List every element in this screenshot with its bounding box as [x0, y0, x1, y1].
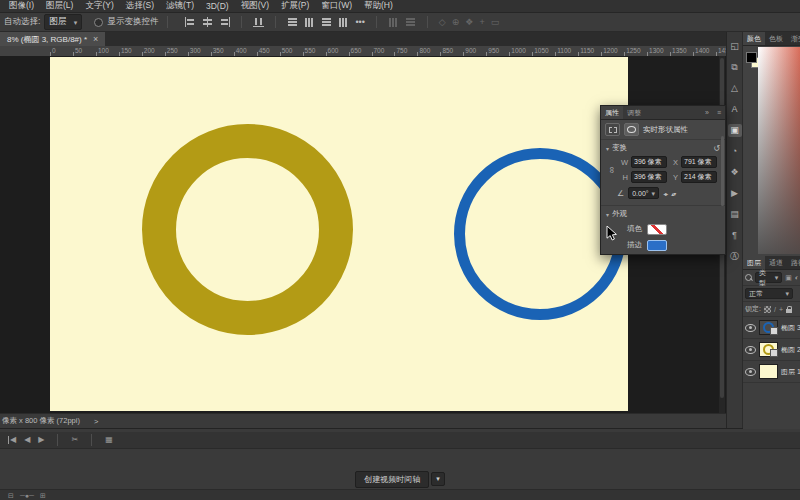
filter-type-dropdown[interactable]: 类型 ▾: [755, 272, 782, 283]
close-tab-icon[interactable]: ×: [93, 34, 98, 44]
distribute-vertical-spacing-icon[interactable]: [321, 17, 332, 27]
link-dimensions-icon[interactable]: ∞: [607, 165, 617, 175]
color-guide-panel-icon[interactable]: △: [728, 82, 742, 95]
tab-layers-2[interactable]: 路径: [787, 256, 800, 269]
height-field[interactable]: 396 像素: [631, 171, 667, 183]
shape-properties-icon[interactable]: [624, 123, 639, 136]
distribute-horizontal-spacing-icon[interactable]: [338, 17, 349, 27]
document-canvas[interactable]: [50, 57, 628, 411]
play-icon[interactable]: ▶: [38, 436, 44, 444]
foreground-color-swatch[interactable]: [746, 52, 757, 63]
color-gradient-field[interactable]: [758, 47, 800, 254]
flip-vertical-icon[interactable]: ▴▾: [671, 190, 675, 197]
paragraph-panel-icon[interactable]: ¶: [728, 229, 742, 242]
lock-transparent-pixels-icon[interactable]: [764, 306, 771, 313]
stroke-color-swatch[interactable]: [647, 240, 667, 251]
masks-properties-icon[interactable]: [605, 123, 620, 136]
more-align-options-icon[interactable]: •••: [355, 17, 364, 27]
layer-thumbnail[interactable]: [759, 342, 778, 357]
document-tab[interactable]: 8% (椭圆 3, RGB/8#) * ×: [0, 32, 105, 46]
3d-scale-icon[interactable]: ▭: [491, 17, 500, 27]
document-size-status: 像素 x 800 像素 (72ppi): [2, 416, 80, 426]
clone-source-panel-icon[interactable]: ⧉: [728, 61, 742, 74]
zoom-in-icon[interactable]: ⊞: [40, 492, 46, 500]
menu-item-9[interactable]: 帮助(H): [359, 0, 398, 12]
tab-color-1[interactable]: 色板: [765, 32, 787, 45]
distribute-vertical-icon[interactable]: [287, 17, 298, 27]
go-to-first-frame-icon[interactable]: ◀: [8, 436, 16, 444]
lock-position-icon[interactable]: +: [779, 306, 783, 313]
split-clip-icon[interactable]: ✂: [71, 436, 78, 444]
layer-row-0[interactable]: 椭圆 3: [743, 317, 800, 339]
panel-scrollbar[interactable]: [721, 136, 724, 206]
menu-item-7[interactable]: 扩展(P): [276, 0, 314, 12]
properties-panel-icon[interactable]: ▣: [728, 124, 742, 137]
ruler-label: 350: [213, 46, 224, 55]
layer-row-2[interactable]: 图层 1: [743, 361, 800, 383]
show-transform-checkbox[interactable]: 显示变换控件: [94, 16, 158, 28]
layer-row-1[interactable]: 椭圆 2: [743, 339, 800, 361]
align-right-edges-icon[interactable]: [219, 17, 230, 27]
lock-all-icon[interactable]: [786, 309, 792, 313]
flip-horizontal-icon[interactable]: ◂▸: [663, 190, 667, 197]
create-timeline-dropdown[interactable]: ▾: [431, 472, 445, 486]
distribute-horizontal-icon[interactable]: [304, 17, 315, 27]
menu-item-5[interactable]: 3D(D): [201, 1, 234, 11]
layer-visibility-eye-icon[interactable]: [745, 346, 756, 354]
timeline-panel-icon[interactable]: ◔: [728, 145, 742, 158]
tab-props-1[interactable]: 调整: [623, 106, 645, 119]
glyphs-panel-icon[interactable]: Ⓐ: [728, 250, 742, 263]
width-field[interactable]: 396 像素: [631, 156, 667, 168]
appearance-section-header[interactable]: ▾ 外观: [601, 206, 725, 220]
layer-thumbnail[interactable]: [759, 364, 778, 379]
distribute-spacing-v-icon[interactable]: [405, 17, 416, 27]
3d-roll-icon[interactable]: ⊕: [452, 17, 460, 27]
lock-image-pixels-icon[interactable]: /: [774, 306, 776, 313]
rotation-field[interactable]: 0.00° ▾: [628, 187, 659, 199]
info-panel-icon[interactable]: ▤: [728, 208, 742, 221]
align-left-edges-icon[interactable]: [185, 17, 196, 27]
menu-item-3[interactable]: 选择(S): [121, 0, 159, 12]
previous-frame-icon[interactable]: ◀: [24, 436, 30, 444]
tab-props-0[interactable]: 属性: [601, 106, 623, 119]
layer-visibility-eye-icon[interactable]: [745, 324, 756, 332]
reset-transform-icon[interactable]: ↺: [713, 144, 720, 153]
blend-mode-dropdown[interactable]: 正常 ▾: [745, 288, 793, 299]
create-video-timeline-button[interactable]: 创建视频时间轴: [355, 471, 429, 488]
x-field[interactable]: 791 像素: [681, 156, 717, 168]
align-bottom-edges-icon[interactable]: [253, 17, 264, 27]
character-panel-icon[interactable]: A: [728, 103, 742, 116]
layer-visibility-eye-icon[interactable]: [745, 368, 756, 376]
layer-thumbnail[interactable]: [759, 320, 778, 335]
navigator-panel-icon[interactable]: ◱: [728, 40, 742, 53]
align-horizontal-centers-icon[interactable]: [202, 17, 213, 27]
menu-item-4[interactable]: 滤镜(T): [161, 0, 199, 12]
menu-item-0[interactable]: 图像(I): [4, 0, 39, 12]
distribute-spacing-h-icon[interactable]: [388, 17, 399, 27]
menu-item-1[interactable]: 图层(L): [41, 0, 78, 12]
3d-rotate-icon[interactable]: ◇: [439, 17, 446, 27]
zoom-slider[interactable]: ─●─: [20, 492, 34, 499]
filter-adjustment-layers-icon[interactable]: ◐: [795, 274, 799, 281]
yellow-ellipse-shape[interactable]: [142, 124, 353, 335]
photoshop-window: 图像(I)图层(L)文字(Y)选择(S)滤镜(T)3D(D)视图(V)扩展(P)…: [0, 0, 800, 500]
tab-color-2[interactable]: 渐变: [787, 32, 800, 45]
fill-color-swatch[interactable]: [647, 224, 667, 235]
3d-drag-icon[interactable]: ❖: [465, 17, 473, 27]
menu-item-2[interactable]: 文字(Y): [80, 0, 118, 12]
panel-menu-icon[interactable]: ≡: [713, 106, 725, 119]
menu-item-8[interactable]: 窗口(W): [316, 0, 357, 12]
menu-item-6[interactable]: 视图(V): [236, 0, 274, 12]
filter-pixel-layers-icon[interactable]: ▣: [785, 274, 792, 282]
auto-select-dropdown[interactable]: 图层 ▾: [44, 14, 82, 30]
3d-slide-icon[interactable]: +: [479, 17, 484, 27]
collapse-panel-icon[interactable]: »: [701, 106, 713, 119]
zoom-out-icon[interactable]: ⊟: [8, 492, 14, 500]
tab-color-0[interactable]: 颜色: [743, 32, 765, 45]
transition-icon[interactable]: ▦: [105, 436, 113, 444]
y-field[interactable]: 214 像素: [681, 171, 717, 183]
brush-settings-panel-icon[interactable]: ❖: [728, 166, 742, 179]
status-chevron-icon[interactable]: >: [94, 417, 98, 426]
transform-section-header[interactable]: ▾ 变换 ↺: [601, 140, 725, 154]
actions-panel-icon[interactable]: ▶: [728, 187, 742, 200]
